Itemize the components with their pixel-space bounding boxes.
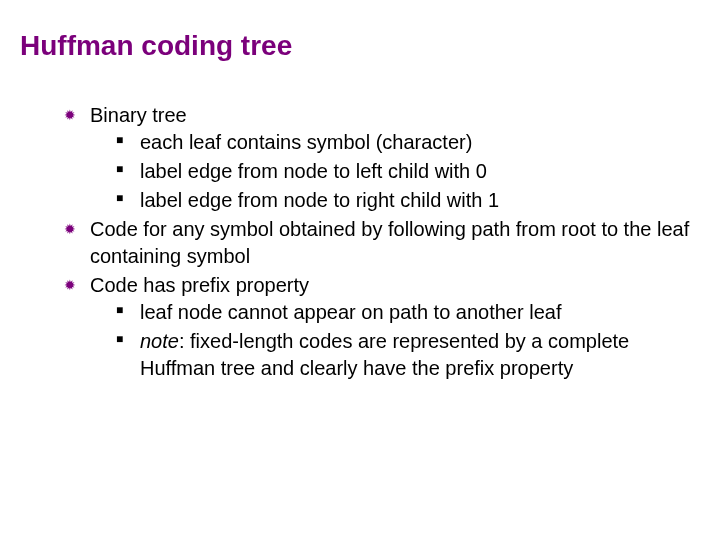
square-icon: ■ xyxy=(116,163,123,175)
square-icon: ■ xyxy=(116,134,123,146)
list-item-text: Code for any symbol obtained by followin… xyxy=(90,218,689,267)
sub-list-item: ■ leaf node cannot appear on path to ano… xyxy=(116,299,700,326)
slide-title: Huffman coding tree xyxy=(20,30,700,62)
list-item-text: Code has prefix property xyxy=(90,274,309,296)
list-item-text: Binary tree xyxy=(90,104,187,126)
sub-list-item-text: each leaf contains symbol (character) xyxy=(140,131,472,153)
sub-list-item-text: note: fixed-length codes are represented… xyxy=(140,330,629,379)
sun-icon: ✹ xyxy=(64,222,76,236)
sub-list: ■ leaf node cannot appear on path to ano… xyxy=(90,299,700,382)
sub-list-item-text: label edge from node to right child with… xyxy=(140,189,499,211)
sun-icon: ✹ xyxy=(64,108,76,122)
square-icon: ■ xyxy=(116,192,123,204)
note-rest: : fixed-length codes are represented by … xyxy=(140,330,629,379)
square-icon: ■ xyxy=(116,333,123,345)
list-item: ✹ Code for any symbol obtained by follow… xyxy=(64,216,700,270)
note-prefix: note xyxy=(140,330,179,352)
sub-list-item: ■ note: fixed-length codes are represent… xyxy=(116,328,700,382)
square-icon: ■ xyxy=(116,304,123,316)
bullet-list: ✹ Binary tree ■ each leaf contains symbo… xyxy=(20,102,700,382)
sub-list-item: ■ label edge from node to right child wi… xyxy=(116,187,700,214)
list-item: ✹ Binary tree ■ each leaf contains symbo… xyxy=(64,102,700,214)
sun-icon: ✹ xyxy=(64,278,76,292)
sub-list-item: ■ each leaf contains symbol (character) xyxy=(116,129,700,156)
slide: Huffman coding tree ✹ Binary tree ■ each… xyxy=(0,0,720,404)
sub-list-item-text: label edge from node to left child with … xyxy=(140,160,487,182)
sub-list-item: ■ label edge from node to left child wit… xyxy=(116,158,700,185)
sub-list: ■ each leaf contains symbol (character) … xyxy=(90,129,700,214)
list-item: ✹ Code has prefix property ■ leaf node c… xyxy=(64,272,700,382)
sub-list-item-text: leaf node cannot appear on path to anoth… xyxy=(140,301,561,323)
